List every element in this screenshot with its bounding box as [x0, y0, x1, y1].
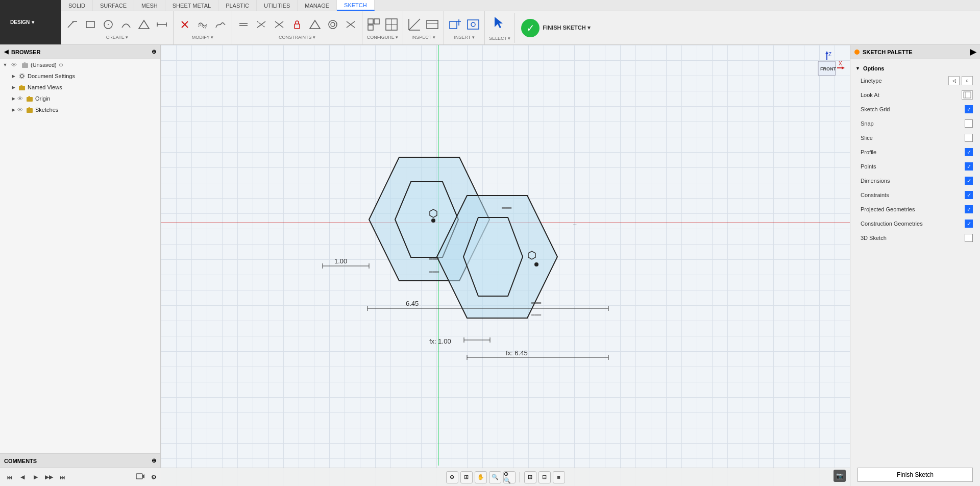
tangent-constraint[interactable] [307, 16, 323, 33]
snap-check[interactable] [965, 119, 973, 128]
svg-point-19 [329, 20, 337, 29]
zoom-window-icon[interactable]: ⊕🔍 [503, 471, 516, 483]
arc-tool[interactable] [118, 16, 134, 33]
display-mode-icon[interactable]: ⊞ [524, 471, 536, 483]
perpendicular-constraint[interactable] [253, 16, 270, 33]
configure-group: CONFIGURE ▾ [362, 11, 403, 44]
toolbar: DESIGN ▾ SOLID SURFACE MESH SHEET METAL … [0, 0, 980, 45]
playback-prev[interactable]: ◀ [17, 472, 28, 482]
insert-icon2[interactable] [465, 16, 481, 33]
configure-icon2[interactable] [383, 16, 400, 33]
svg-rect-34 [450, 21, 457, 29]
tab-plastic[interactable]: PLASTIC [218, 0, 257, 11]
view-cube[interactable]: Z X FRONT [809, 50, 845, 86]
tab-utilities[interactable]: UTILITIES [257, 0, 298, 11]
dimension-tool[interactable] [154, 16, 170, 33]
inspect-icon2[interactable] [424, 16, 440, 33]
palette-row-snap: Snap [850, 116, 980, 131]
palette-row-constraints: Constraints [850, 188, 980, 202]
inspect-label: INSPECT ▾ [411, 35, 435, 40]
zoom-icon[interactable]: 🔍 [489, 471, 501, 483]
dim-text-fx1: fx: 1.00 [429, 337, 451, 345]
tab-mesh[interactable]: MESH [134, 0, 165, 11]
playback-start[interactable]: ⏮ [4, 472, 14, 482]
constraint-sym-3: ═══ [531, 300, 542, 305]
trim-tool[interactable] [177, 16, 193, 33]
playback-settings-icon[interactable]: ⚙ [151, 474, 157, 481]
root-settings-icon[interactable]: ⚙ [59, 62, 63, 68]
3d-sketch-check[interactable] [965, 234, 973, 242]
select-group[interactable]: SELECT ▾ [485, 13, 515, 43]
options-header: Options [850, 63, 980, 74]
select-icon [492, 15, 508, 35]
orbit-icon[interactable]: ⊕ [446, 471, 458, 483]
browser-add-btn[interactable]: ⊕ [152, 48, 156, 55]
points-check[interactable] [965, 162, 973, 171]
browser-collapse-arrow[interactable]: ◀ [4, 48, 8, 55]
lookat-btn[interactable] [962, 90, 973, 100]
finish-sketch-palette-button[interactable]: Finish Sketch [857, 468, 973, 482]
dim-text-fx2: fx: 6.45 [506, 349, 528, 357]
comments-add-icon[interactable]: ⊕ [152, 457, 156, 464]
slice-check[interactable] [965, 134, 973, 142]
coincident-constraint[interactable] [271, 16, 287, 33]
line-tool[interactable] [64, 16, 81, 33]
origin-eye-icon: 👁 [17, 95, 23, 102]
tree-root-item[interactable]: ▼ 👁 (Unsaved) ⚙ [0, 59, 160, 70]
svg-rect-25 [368, 25, 373, 30]
camera-icon[interactable]: 📷 [834, 470, 846, 482]
construction-check[interactable] [965, 220, 973, 228]
concentric-constraint[interactable] [325, 16, 341, 33]
grid-icon[interactable]: ⊟ [538, 471, 551, 483]
lock-constraint[interactable] [289, 16, 305, 33]
tab-surface[interactable]: SURFACE [93, 0, 134, 11]
tab-manage[interactable]: MANAGE [298, 0, 337, 11]
sketch-svg: 1.00 6.45 fx: 1.00 fx: 6.45 ═══ ═══ ═══ … [161, 45, 850, 486]
finish-sketch-toolbar-group[interactable]: ✓ FINISH SKETCH ▾ [515, 17, 596, 39]
inspect-group: INSPECT ▾ [403, 11, 444, 44]
tab-sheet-metal[interactable]: SHEET METAL [165, 0, 218, 11]
playback-end[interactable]: ⏭ [57, 472, 67, 482]
sketch-grid-check[interactable] [965, 105, 973, 113]
tree-named-views[interactable]: ▶ Named Views [0, 82, 160, 93]
palette-row-linetype: Linetype ◁ ○ [850, 74, 980, 88]
home-icon[interactable]: ⊞ [460, 471, 473, 483]
triangle-tool[interactable] [136, 16, 152, 33]
options-section: Options Linetype ◁ ○ Look At Sketch Grid [850, 59, 980, 249]
configure-icon1[interactable] [365, 16, 382, 33]
circle-tool[interactable] [100, 16, 116, 33]
tree-origin[interactable]: ▶ 👁 Origin [0, 93, 160, 104]
equal-constraint[interactable] [342, 16, 359, 33]
design-button[interactable]: DESIGN ▾ [0, 0, 61, 44]
tree-sketches[interactable]: ▶ 👁 Sketches [0, 104, 160, 115]
palette-row-points: Points [850, 159, 980, 174]
profile-check[interactable] [965, 148, 973, 156]
playback-play[interactable]: ▶ [31, 472, 41, 482]
offset-tool[interactable] [194, 16, 211, 33]
playback-camera-icon[interactable] [136, 472, 145, 482]
view-options-icon[interactable]: ≡ [553, 471, 565, 483]
canvas-area[interactable]: 1.00 6.45 fx: 1.00 fx: 6.45 ═══ ═══ ═══ … [161, 45, 850, 486]
linetype-btn-1[interactable]: ◁ [948, 76, 960, 85]
playback-next[interactable]: ▶▶ [44, 472, 54, 482]
tab-sketch[interactable]: SKETCH [337, 0, 375, 11]
design-label: DESIGN [10, 19, 30, 25]
tab-solid[interactable]: SOLID [61, 0, 93, 11]
inspect-icon1[interactable] [406, 16, 423, 33]
rectangle-tool[interactable] [82, 16, 99, 33]
construction-label: Construction Geometries [861, 221, 923, 227]
dimensions-check[interactable] [965, 177, 973, 185]
linetype-btn-2[interactable]: ○ [962, 76, 973, 85]
root-arrow: ▼ [2, 62, 8, 67]
parallel-constraint[interactable] [235, 16, 252, 33]
palette-row-profile: Profile [850, 145, 980, 159]
constraints-check[interactable] [965, 191, 973, 199]
pan-icon[interactable]: ✋ [475, 471, 487, 483]
create-label: CREATE ▾ [106, 35, 128, 40]
palette-expand-btn[interactable]: ▶ [970, 47, 976, 57]
create-group: CREATE ▾ [61, 11, 174, 44]
tree-document-settings[interactable]: ▶ Document Settings [0, 70, 160, 82]
spline-tool[interactable] [212, 16, 229, 33]
projected-check[interactable] [965, 205, 973, 213]
insert-icon1[interactable] [447, 16, 463, 33]
